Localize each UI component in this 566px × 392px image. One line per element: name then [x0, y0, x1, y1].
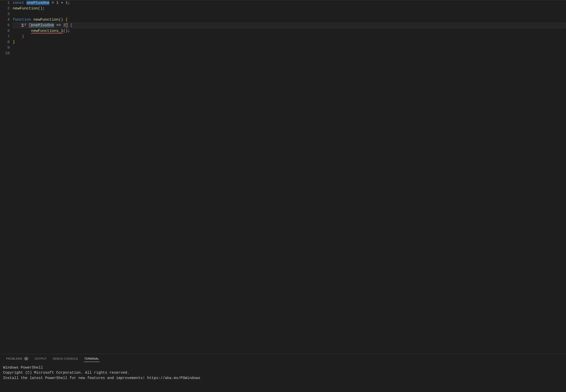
- code-line[interactable]: [13, 51, 566, 56]
- semicolon: ;: [68, 1, 70, 5]
- code-line[interactable]: }: [13, 34, 566, 39]
- line-number: 1: [0, 0, 10, 6]
- code-line[interactable]: newFunctions_1();: [13, 28, 566, 34]
- paren-close: ): [65, 23, 68, 28]
- line-number: 4: [0, 17, 10, 23]
- code-line[interactable]: const onePlusOne = 1 + 1;: [13, 0, 566, 6]
- keyword-function: function: [13, 18, 31, 22]
- line-number: 3: [0, 11, 10, 17]
- terminal-content[interactable]: Windows PowerShell Copyright (C) Microso…: [0, 363, 566, 392]
- tab-terminal[interactable]: TERMINAL: [81, 356, 102, 362]
- line-number: 2: [0, 6, 10, 11]
- tab-label: DEBUG CONSOLE: [53, 357, 78, 360]
- semicolon: ;: [68, 29, 70, 33]
- function-name: newFunction: [33, 18, 59, 22]
- number-literal: 2: [63, 23, 65, 28]
- line-number: 5: [0, 23, 10, 28]
- code-line[interactable]: [13, 45, 566, 51]
- line-number-gutter: 1 2 3 4 5 6 7 8 9 10: [0, 0, 13, 354]
- terminal-line: Copyright (C) Microsoft Corporation. All…: [3, 370, 563, 375]
- operator: ==: [54, 23, 63, 28]
- keyword-const: const: [13, 1, 24, 5]
- tab-debug-console[interactable]: DEBUG CONSOLE: [50, 356, 81, 362]
- operator: +: [59, 1, 65, 5]
- code-line[interactable]: function newFunction() {: [13, 17, 566, 23]
- number-literal: 1: [56, 1, 59, 5]
- function-call-error: newFunctions_1: [31, 29, 63, 33]
- code-line-active[interactable]: if (onePlusOne == 2) {: [13, 23, 566, 28]
- tab-label: TERMINAL: [84, 357, 99, 360]
- code-line[interactable]: }: [13, 39, 566, 45]
- paren-open: (: [29, 23, 31, 28]
- line-number: 7: [0, 34, 10, 39]
- code-line[interactable]: newFunction();: [13, 6, 566, 11]
- parentheses: (): [63, 29, 68, 33]
- semicolon: ;: [43, 6, 45, 11]
- parentheses: (): [38, 6, 43, 11]
- number-literal: 1: [65, 1, 68, 5]
- problems-count-badge: 1: [24, 357, 29, 360]
- brace-close: }: [22, 34, 24, 39]
- line-number: 10: [0, 51, 10, 56]
- bottom-panel: PROBLEMS 1 OUTPUT DEBUG CONSOLE TERMINAL…: [0, 354, 566, 392]
- variable-selected: onePlusOne: [26, 1, 49, 5]
- brace-close: }: [13, 40, 15, 44]
- code-area[interactable]: ⌶ const onePlusOne = 1 + 1; newFunction(…: [13, 0, 566, 354]
- line-number: 9: [0, 45, 10, 51]
- tab-problems[interactable]: PROBLEMS 1: [3, 355, 32, 362]
- code-line[interactable]: [13, 11, 566, 17]
- tab-output[interactable]: OUTPUT: [32, 356, 50, 362]
- line-number: 8: [0, 39, 10, 45]
- brace-open: {: [70, 23, 72, 28]
- brace-open: {: [65, 18, 68, 22]
- panel-tabs: PROBLEMS 1 OUTPUT DEBUG CONSOLE TERMINAL: [0, 354, 566, 363]
- editor[interactable]: 1 2 3 4 5 6 7 8 9 10 ⌶ const onePlusOne …: [0, 0, 566, 354]
- function-call: newFunction: [13, 6, 38, 11]
- operator: =: [49, 1, 56, 5]
- line-number: 6: [0, 28, 10, 34]
- tab-label: OUTPUT: [35, 357, 47, 360]
- terminal-line: Install the latest PowerShell for new fe…: [3, 375, 563, 381]
- tab-label: PROBLEMS: [6, 357, 22, 360]
- terminal-line: Windows PowerShell: [3, 365, 563, 370]
- parentheses: (): [59, 18, 63, 22]
- keyword-if: if: [22, 23, 26, 28]
- variable-highlighted: onePlusOne: [31, 23, 54, 28]
